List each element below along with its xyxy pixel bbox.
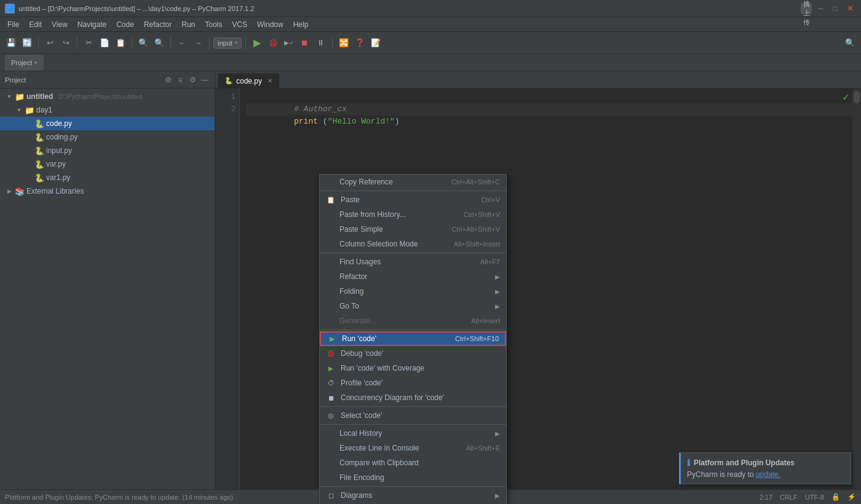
ctx-paste-history[interactable]: Paste from History... Ctrl+Shift+V	[320, 207, 506, 222]
ctx-run-coverage[interactable]: ▶ Run 'code' with Coverage	[320, 361, 506, 376]
status-power-icon[interactable]: ⚡	[847, 493, 856, 501]
editor-tab-code-py[interactable]: 🐍 code.py ✕	[218, 73, 279, 88]
toolbar-cut[interactable]: ✂	[81, 36, 96, 50]
sidebar-expand-icon[interactable]: ⚙	[188, 75, 197, 85]
toolbar-copy[interactable]: 📄	[97, 36, 112, 50]
ctx-goto[interactable]: Go To ▶	[320, 299, 506, 313]
notification-title: ℹ Platform and Plugin Updates	[687, 458, 844, 468]
scroll-indicator[interactable]	[852, 89, 861, 489]
tree-item-coding-py[interactable]: 🐍 coding.py	[0, 130, 215, 144]
ctx-compare-clipboard-label: Compare with Clipboard	[339, 459, 500, 467]
project-tab-label[interactable]: Project	[11, 59, 32, 66]
toolbar-save[interactable]: 💾	[4, 36, 18, 50]
toolbar-paste[interactable]: 📋	[113, 36, 128, 50]
ctx-compare-clipboard[interactable]: Compare with Clipboard	[320, 455, 506, 470]
ctx-concurrency[interactable]: ◼ Concurrency Diagram for 'code'	[320, 390, 506, 405]
tasks-button[interactable]: 📝	[368, 36, 383, 50]
toolbar-sep7	[332, 37, 333, 49]
ctx-folding[interactable]: Folding ▶	[320, 284, 506, 299]
ctx-file-encoding[interactable]: File Encoding	[320, 470, 506, 485]
status-line-separator[interactable]: CRLF	[780, 494, 798, 501]
menu-help[interactable]: Help	[288, 19, 314, 30]
tree-item-ext-libs[interactable]: ▶ 📚 External Libraries	[0, 184, 215, 198]
search-everywhere-button[interactable]: 🔍	[843, 36, 857, 50]
menu-tools[interactable]: Tools	[200, 19, 227, 30]
tree-label-var1-py: var1.py	[46, 173, 70, 182]
ctx-find-usages-label: Find Usages	[339, 258, 475, 266]
status-lock-icon[interactable]: 🔒	[831, 493, 840, 501]
stop-button[interactable]: ⏹	[298, 36, 312, 50]
tree-label-code-py: code.py	[46, 119, 72, 128]
run-config-arrow: ▾	[235, 40, 237, 45]
close-button[interactable]: ✕	[844, 3, 856, 14]
ctx-run-code[interactable]: ▶ Run 'code' Ctrl+Shift+F10	[320, 331, 506, 346]
toolbar-replace[interactable]: 🔍	[152, 36, 167, 50]
ctx-local-history[interactable]: Local History ▶	[320, 426, 506, 441]
pause-button[interactable]: ⏸	[314, 36, 328, 50]
tree-item-code-py[interactable]: 🐍 code.py	[0, 117, 215, 130]
ctx-sep3	[320, 329, 506, 330]
debug-button[interactable]: 🐞	[266, 36, 280, 50]
tree-item-input-py[interactable]: 🐍 input.py	[0, 144, 215, 157]
upload-button[interactable]: 拖拽上传	[801, 3, 812, 14]
tree-item-day1[interactable]: ▼ 📁 day1	[0, 103, 215, 117]
ctx-sep4	[320, 406, 506, 407]
menu-refactor[interactable]: Refactor	[139, 19, 177, 30]
notification-update-link[interactable]: update.	[756, 470, 780, 479]
select-code-icon: ◎	[326, 412, 336, 420]
ctx-refactor[interactable]: Refactor ▶	[320, 269, 506, 284]
ctx-execute-line[interactable]: Execute Line in Console Alt+Shift+E	[320, 441, 506, 455]
tree-item-untitled[interactable]: ▼ 📁 untitled D:\PycharmProjects\untitled	[0, 90, 215, 103]
menu-run[interactable]: Run	[177, 19, 200, 30]
sidebar-header: Project ⚙ ≡ ⚙ —	[0, 71, 215, 89]
ctx-run-code-shortcut: Ctrl+Shift+F10	[455, 335, 499, 342]
menu-vcs[interactable]: VCS	[227, 19, 252, 30]
toolbar-redo[interactable]: ↪	[58, 36, 73, 50]
menu-window[interactable]: Window	[252, 19, 288, 30]
toolbar-sync[interactable]: 🔄	[20, 36, 34, 50]
ctx-run-code-label: Run 'code'	[342, 334, 450, 343]
tree-item-var-py[interactable]: 🐍 var.py	[0, 157, 215, 171]
ctx-debug-code[interactable]: 🐞 Debug 'code'	[320, 346, 506, 361]
folder-icon-untitled: 📁	[15, 92, 25, 101]
py-icon-input: 🐍	[34, 146, 44, 156]
toolbar-sep5	[209, 37, 210, 49]
ctx-folding-label: Folding	[339, 287, 490, 296]
run-config-selector[interactable]: input ▾	[213, 37, 242, 49]
tab-close-icon[interactable]: ✕	[268, 77, 272, 84]
toolbar-forward[interactable]: →	[191, 36, 205, 50]
menu-navigate[interactable]: Navigate	[73, 19, 111, 30]
tree-label-untitled: untitled	[26, 92, 53, 101]
maximize-button[interactable]: □	[829, 3, 841, 14]
ctx-paste[interactable]: 📋 Paste Ctrl+V	[320, 192, 506, 207]
sidebar-settings-icon[interactable]: ⚙	[163, 75, 173, 85]
minimize-button[interactable]: –	[814, 3, 827, 14]
ctx-sep5	[320, 424, 506, 425]
vcs-button[interactable]: 🔀	[336, 36, 351, 50]
menu-file[interactable]: File	[2, 19, 24, 30]
tree-item-var1-py[interactable]: 🐍 var1.py	[0, 171, 215, 184]
menu-edit[interactable]: Edit	[24, 19, 47, 30]
status-position[interactable]: 2:17	[760, 494, 772, 501]
ctx-find-usages[interactable]: Find Usages Alt+F7	[320, 254, 506, 269]
tree-arrow-ext-libs: ▶	[6, 188, 13, 194]
ctx-profile-code[interactable]: ⏱ Profile 'code'	[320, 376, 506, 390]
ctx-column-mode[interactable]: Column Selection Mode Alt+Shift+Insert	[320, 237, 506, 251]
menu-view[interactable]: View	[47, 19, 73, 30]
toolbar-back[interactable]: ←	[175, 36, 189, 50]
run-button[interactable]: ▶	[250, 36, 264, 50]
menu-code[interactable]: Code	[111, 19, 139, 30]
ctx-profile-code-label: Profile 'code'	[341, 379, 500, 387]
toolbar-find[interactable]: 🔍	[136, 36, 151, 50]
help-button[interactable]: ❓	[352, 36, 367, 50]
run-coverage-button[interactable]: ▶✓	[282, 36, 296, 50]
ctx-diagrams[interactable]: ◻ Diagrams ▶	[320, 488, 506, 503]
sidebar-minimize-icon[interactable]: —	[200, 75, 210, 85]
editor-content[interactable]: 1 2 # Author_cx print ("Hello World!") ✓	[215, 89, 861, 489]
status-encoding[interactable]: UTF-8	[805, 494, 824, 501]
ctx-paste-simple[interactable]: Paste Simple Ctrl+Alt+Shift+V	[320, 222, 506, 237]
toolbar-undo[interactable]: ↩	[42, 36, 57, 50]
sidebar-collapse-icon[interactable]: ≡	[175, 75, 185, 85]
ctx-select-code[interactable]: ◎ Select 'code'	[320, 408, 506, 423]
ctx-copy-reference[interactable]: Copy Reference Ctrl+Alt+Shift+C	[320, 175, 506, 189]
